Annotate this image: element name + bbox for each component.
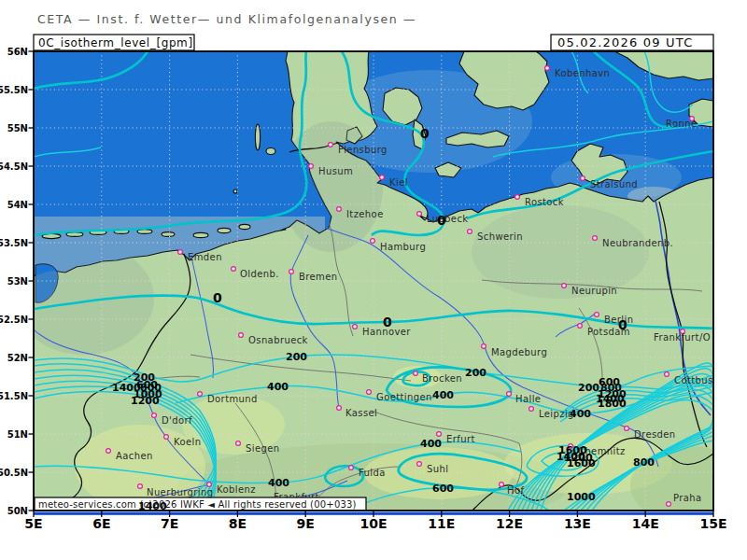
weather-map-page: KobenhavnRonneFlensburgHusumKielItzehoeL… <box>0 0 747 560</box>
city-marker <box>198 392 203 397</box>
city-label: D'dorf <box>162 415 192 426</box>
city-marker <box>164 435 169 440</box>
map-source-title: CETA — Inst. f. Wetter— und Klimafolgena… <box>37 12 416 26</box>
city-label: Aachen <box>116 451 153 461</box>
city-label: Kiel <box>389 177 408 188</box>
contour-value-label: 1200 <box>131 395 160 407</box>
city-marker <box>507 392 512 397</box>
city-label: Neurupin <box>571 286 617 296</box>
x-tick-label: 14E <box>632 516 659 531</box>
city-marker <box>337 207 342 212</box>
city-marker <box>545 66 550 71</box>
city-label: Kobenhavn <box>555 68 610 78</box>
city-marker <box>667 502 671 507</box>
city-label: Husum <box>318 166 353 176</box>
contour-value-label: 400 <box>570 408 591 420</box>
city-label: Rostock <box>525 197 564 207</box>
contour-value-label: 0 <box>383 315 392 329</box>
city-label: Praha <box>673 493 702 503</box>
city-label: Bremen <box>299 272 338 282</box>
city-label: Erfurt <box>446 434 475 444</box>
city-label: Kassel <box>345 408 377 418</box>
city-marker <box>329 143 333 147</box>
city-label: Goettingen <box>376 392 432 402</box>
city-marker <box>482 344 486 349</box>
city-marker <box>138 484 143 489</box>
city-label: Suhl <box>427 464 448 474</box>
y-tick-label: 54.5N <box>0 161 28 172</box>
city-label: Siegen <box>246 443 280 454</box>
city-marker <box>353 325 358 329</box>
contour-value-label: 0 <box>437 213 446 228</box>
city-marker <box>236 441 241 446</box>
city-marker <box>595 313 599 317</box>
city-label: Frankfurt/O <box>654 332 711 343</box>
city-marker <box>178 250 183 255</box>
city-label: Cottbus <box>674 375 713 385</box>
city-marker <box>349 466 354 470</box>
city-marker <box>152 413 157 418</box>
city-marker <box>337 406 342 411</box>
y-tick-label: 52N <box>7 353 28 363</box>
city-label: Luebeck <box>427 214 468 224</box>
x-tick-label: 6E <box>92 516 110 531</box>
city-marker <box>529 407 534 412</box>
city-label: Hof <box>507 485 524 496</box>
y-tick-label: 50.5N <box>0 468 28 478</box>
city-label: Nuerburgring <box>147 487 213 497</box>
x-tick-label: 11E <box>428 516 455 531</box>
city-marker <box>468 230 472 234</box>
y-tick-label: 55N <box>7 123 28 133</box>
city-label: Osnabrueck <box>248 335 308 345</box>
contour-value-label: 1000 <box>567 491 596 503</box>
city-label: Brocken <box>422 373 462 384</box>
x-tick-label: 9E <box>297 516 315 531</box>
city-label: Neubrandenb. <box>602 238 673 248</box>
city-label: Emden <box>188 252 222 262</box>
contour-value-label: 0 <box>213 290 222 305</box>
contour-value-label: 400 <box>268 477 289 489</box>
x-tick-label: 5E <box>24 516 42 531</box>
x-tick-label: 8E <box>229 516 247 531</box>
city-label: Stralsund <box>590 179 638 189</box>
datetime-label: 05.02.2026 09 UTC <box>557 35 693 49</box>
city-marker <box>625 427 629 431</box>
city-label: Halle <box>515 394 541 404</box>
contour-value-label: 0 <box>420 126 430 141</box>
layer-label: 0C_isotherm_level_[gpm] <box>38 36 193 49</box>
city-label: Oldenb. <box>240 269 279 279</box>
city-marker <box>207 483 212 487</box>
contour-value-label: 200 <box>465 367 486 379</box>
city-marker <box>106 449 111 454</box>
city-marker <box>578 324 583 329</box>
city-label: Ronne <box>666 119 697 129</box>
city-label: Hamburg <box>380 242 426 252</box>
city-marker <box>593 236 598 241</box>
city-label: Dortmund <box>207 394 258 404</box>
contour-value-label: 1600 <box>567 457 596 469</box>
copyright-text: meteo-services.com (c)2026 IWKF ◄ All ri… <box>38 499 357 510</box>
city-label: Magdeburg <box>491 347 547 357</box>
city-marker <box>500 483 504 487</box>
x-tick-label: 10E <box>359 516 387 531</box>
y-tick-label: 50N <box>7 506 28 516</box>
y-tick-label: 52.5N <box>0 315 28 325</box>
y-tick-label: 54N <box>7 200 28 210</box>
city-marker <box>414 371 418 376</box>
map-content: KobenhavnRonneFlensburgHusumKielItzehoeL… <box>14 51 747 528</box>
city-marker <box>371 239 375 244</box>
city-marker <box>417 212 422 217</box>
city-label: Koeln <box>174 437 201 447</box>
x-tick-label: 13E <box>564 516 591 531</box>
contour-value-label: 200 <box>286 351 307 363</box>
y-tick-label: 51.5N <box>0 391 28 401</box>
city-marker <box>380 175 385 180</box>
x-tick-label: 15E <box>699 516 726 531</box>
x-tick-label: 7E <box>161 516 178 531</box>
city-marker <box>437 432 442 437</box>
contour-value-label: 800 <box>633 456 655 469</box>
city-marker <box>232 267 236 272</box>
y-tick-label: 56N <box>7 47 28 57</box>
city-marker <box>417 462 422 467</box>
city-marker <box>581 176 585 181</box>
